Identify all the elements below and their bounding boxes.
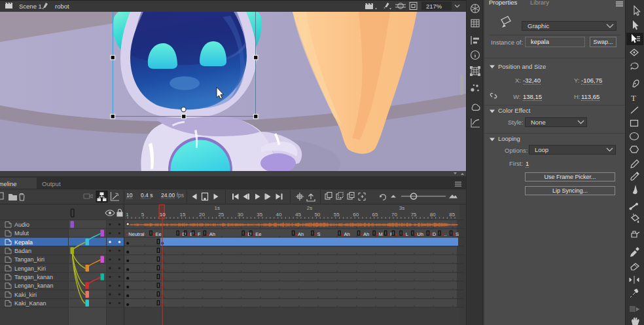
svg-text:L: L — [406, 231, 408, 237]
svg-text:50: 50 — [314, 212, 320, 218]
svg-text:1s: 1s — [215, 205, 220, 211]
svg-text:Badan: Badan — [14, 248, 31, 254]
svg-text:Audio: Audio — [14, 221, 29, 228]
svg-text:Ee: Ee — [156, 231, 162, 237]
svg-text:Ee: Ee — [255, 231, 261, 237]
svg-text:Uh: Uh — [417, 231, 423, 237]
svg-text:Ah: Ah — [344, 231, 350, 237]
svg-text:Lengan_Kiri: Lengan_Kiri — [14, 265, 46, 272]
svg-text:15: 15 — [180, 212, 186, 218]
svg-text:1: 1 — [126, 212, 129, 218]
svg-text:24.00 fps: 24.00 fps — [161, 192, 184, 199]
svg-text:Output: Output — [42, 180, 61, 187]
svg-text:robot: robot — [55, 3, 69, 10]
svg-text:10: 10 — [160, 212, 166, 218]
svg-text:Ah: Ah — [209, 231, 215, 237]
svg-text:55: 55 — [334, 212, 340, 218]
svg-text:40: 40 — [276, 212, 282, 218]
svg-text:M: M — [379, 231, 383, 237]
svg-text:65: 65 — [372, 212, 378, 218]
svg-text:Kaki_Kanan: Kaki_Kanan — [14, 300, 46, 307]
svg-text:75: 75 — [410, 212, 416, 218]
svg-text:Kaki_kiri: Kaki_kiri — [14, 292, 37, 298]
svg-text:80: 80 — [430, 212, 436, 218]
svg-text:F: F — [198, 231, 201, 237]
svg-text:217%: 217% — [426, 3, 442, 10]
svg-text:..: .. — [444, 231, 447, 237]
svg-text:Neutral: Neutral — [128, 231, 145, 237]
svg-text:60: 60 — [353, 212, 359, 218]
svg-text:5: 5 — [141, 212, 145, 218]
svg-text:Tangan_kiri: Tangan_kiri — [14, 256, 45, 263]
svg-text:F: F — [390, 231, 393, 237]
svg-text:Ah: Ah — [298, 231, 304, 237]
svg-text:2s: 2s — [307, 205, 312, 211]
svg-text:Tangan_kanan: Tangan_kanan — [14, 274, 53, 280]
svg-text:30: 30 — [238, 212, 243, 218]
svg-text:D: D — [433, 231, 437, 237]
svg-text:0.4 s: 0.4 s — [141, 192, 152, 199]
svg-text:Mulut: Mulut — [14, 230, 29, 237]
svg-text:85: 85 — [449, 212, 455, 218]
svg-text:Timeline: Timeline — [0, 180, 17, 187]
svg-text:S: S — [317, 231, 320, 237]
svg-text:45: 45 — [295, 212, 301, 218]
svg-text:Ah: Ah — [363, 231, 369, 237]
svg-text:35: 35 — [257, 212, 262, 218]
svg-text:3s: 3s — [399, 205, 404, 211]
svg-text:70: 70 — [391, 212, 397, 218]
svg-text:20: 20 — [199, 212, 205, 218]
svg-text:Lengan_kanan: Lengan_kanan — [14, 282, 54, 289]
svg-text:Scene 1: Scene 1 — [19, 3, 42, 10]
svg-text:Kepala: Kepala — [14, 239, 33, 246]
svg-text:S: S — [456, 231, 459, 237]
svg-text:25: 25 — [218, 212, 224, 218]
svg-text:T: T — [631, 93, 636, 103]
svg-text:10: 10 — [126, 192, 133, 199]
